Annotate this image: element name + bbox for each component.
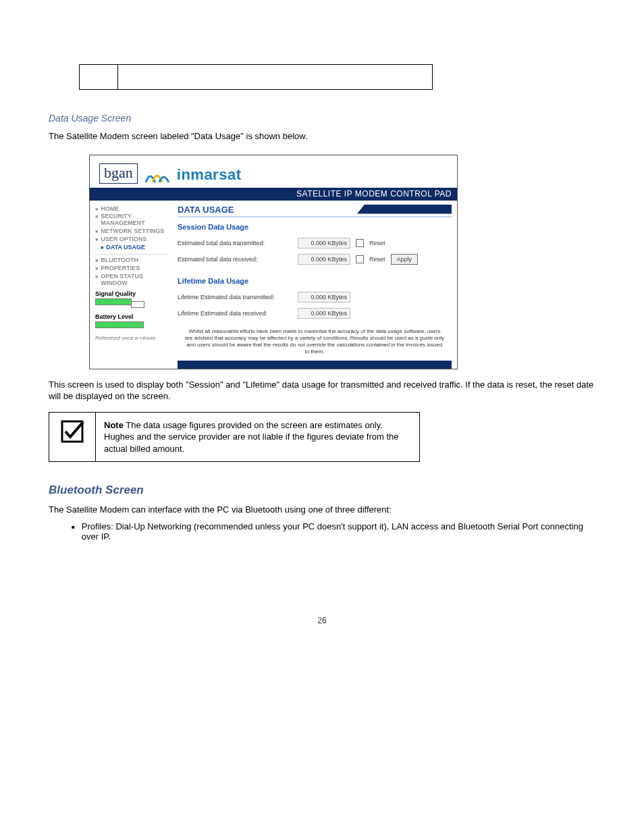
sidebar-item-properties[interactable]: ■PROPERTIES: [95, 265, 168, 272]
lifetime-rx-label: Lifetime Estimated data received:: [178, 310, 292, 317]
page-title: DATA USAGE: [178, 205, 452, 217]
lifetime-rx-value: 0.000 KBytes: [298, 308, 350, 319]
checkmark-icon: [60, 419, 84, 444]
lifetime-tx-row: Lifetime Estimated data transmitted: 0.0…: [178, 292, 452, 303]
sidebar-item-label: NETWORK SETTINGS: [101, 228, 164, 235]
sidebar-item-label: DATA USAGE: [106, 244, 145, 251]
top-table-cell-1: [80, 65, 118, 90]
reset-label: Reset: [369, 256, 385, 263]
sidebar-item-security[interactable]: ■SECURITY MANAGEMENT: [95, 213, 168, 227]
section-intro: The Satellite Modem screen labeled "Data…: [49, 130, 595, 142]
sidebar-item-bluetooth[interactable]: ■BLUETOOTH: [95, 257, 168, 264]
sidebar-refresh-note: Refreshed once a minute: [95, 335, 168, 341]
sidebar-item-label: HOME: [101, 206, 119, 213]
sidebar-item-open-status[interactable]: ■OPEN STATUS WINDOW: [95, 273, 168, 287]
session-tx-reset-checkbox[interactable]: [356, 239, 364, 247]
modem-screenshot: bgan inmarsat SATELLITE IP MODEM CONTROL…: [89, 155, 458, 369]
sidebar-item-label: PROPERTIES: [101, 265, 140, 272]
session-tx-label: Estimated total data transmitted:: [178, 240, 292, 246]
session-rx-reset-checkbox[interactable]: [356, 255, 364, 263]
bluetooth-bullet: ■ Profiles: Dial-Up Networking (recommen…: [72, 521, 595, 542]
session-heading: Session Data Usage: [178, 223, 452, 231]
main-panel: DATA USAGE Session Data Usage Estimated …: [171, 201, 457, 369]
bluetooth-intro: The Satellite Modem can interface with t…: [49, 504, 595, 516]
lifetime-tx-value: 0.000 KBytes: [298, 292, 350, 303]
lifetime-tx-label: Lifetime Estimated data transmitted:: [178, 294, 292, 301]
session-rx-row: Estimated total data received: 0.000 KBy…: [178, 254, 452, 265]
usage-disclaimer: Whilst all reasonable efforts have been …: [178, 324, 452, 359]
sidebar-item-label: OPEN STATUS WINDOW: [101, 273, 168, 287]
bluetooth-bullet-text: Profiles: Dial-Up Networking (recommende…: [82, 521, 595, 542]
bullet-icon: ■: [72, 524, 75, 542]
sidebar-item-label: USER OPTIONS: [101, 236, 146, 243]
top-empty-table: [79, 64, 433, 90]
sidebar-item-label: BLUETOOTH: [101, 257, 138, 264]
session-rx-label: Estimated total data received:: [178, 256, 292, 263]
screenshot-header: bgan inmarsat: [90, 155, 457, 188]
battery-level-label: Battery Level: [95, 313, 168, 320]
battery-level-bar: [95, 321, 144, 328]
signal-quality-bar-empty: [131, 301, 144, 308]
page-number: 26: [49, 616, 595, 625]
section-heading: Data Usage Screen: [49, 113, 595, 124]
note-text: The data usage figures provided on the s…: [104, 420, 398, 454]
signal-quality-bar: [95, 298, 132, 305]
sidebar: ■HOME ■SECURITY MANAGEMENT ■NETWORK SETT…: [90, 201, 171, 369]
reset-label: Reset: [369, 240, 385, 246]
bluetooth-heading: Bluetooth Screen: [49, 484, 595, 497]
inmarsat-logo-text: inmarsat: [177, 166, 242, 184]
session-tx-value: 0.000 KBytes: [298, 238, 350, 249]
note-label: Note: [104, 420, 124, 430]
sidebar-item-home[interactable]: ■HOME: [95, 206, 168, 213]
note-text-cell: Note The data usage figures provided on …: [96, 412, 420, 462]
lifetime-heading: Lifetime Data Usage: [178, 277, 452, 285]
note-icon-cell: [49, 412, 96, 462]
apply-button[interactable]: Apply: [391, 254, 419, 265]
sidebar-item-label: SECURITY MANAGEMENT: [101, 213, 168, 227]
note-box: Note The data usage figures provided on …: [49, 412, 420, 463]
bgan-logo: bgan: [99, 163, 138, 184]
sidebar-item-user-options[interactable]: ■USER OPTIONS: [95, 236, 168, 243]
after-shot-text: This screen is used to display both "Ses…: [49, 379, 595, 402]
signal-quality-label: Signal Quality: [95, 290, 168, 297]
top-table-cell-2: [118, 65, 433, 90]
sidebar-item-network[interactable]: ■NETWORK SETTINGS: [95, 228, 168, 235]
session-tx-row: Estimated total data transmitted: 0.000 …: [178, 238, 452, 249]
sidebar-item-data-usage[interactable]: ■DATA USAGE: [95, 244, 168, 251]
session-rx-value: 0.000 KBytes: [298, 254, 350, 265]
lifetime-rx-row: Lifetime Estimated data received: 0.000 …: [178, 308, 452, 319]
control-pad-title-bar: SATELLITE IP MODEM CONTROL PAD: [90, 188, 457, 201]
screenshot-footer-bar: [178, 361, 452, 369]
inmarsat-waves-icon: [143, 169, 171, 184]
